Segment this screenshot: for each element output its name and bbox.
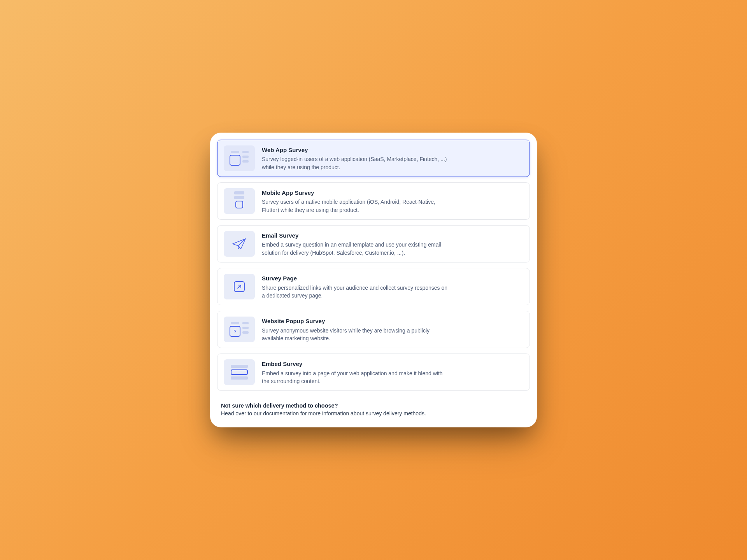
option-description: Embed a survey question in an email temp… xyxy=(262,241,449,257)
option-description: Embed a survey into a page of your web a… xyxy=(262,369,449,385)
option-title: Mobile App Survey xyxy=(262,189,523,197)
option-description: Survey anonymous website visitors while … xyxy=(262,327,449,343)
external-link-icon xyxy=(224,274,255,299)
web-app-icon xyxy=(224,145,255,171)
option-title: Embed Survey xyxy=(262,360,523,368)
option-embed-survey[interactable]: Embed Survey Embed a survey into a page … xyxy=(217,354,530,391)
footer-title: Not sure which delivery method to choose… xyxy=(221,402,526,409)
popup-question-icon: ? xyxy=(224,317,255,342)
option-mobile-app-survey[interactable]: Mobile App Survey Survey users of a nati… xyxy=(217,182,530,220)
footer-lead: Head over to our xyxy=(221,410,263,416)
embed-layout-icon xyxy=(224,359,255,385)
footer-trail: for more information about survey delive… xyxy=(299,410,426,416)
option-title: Email Survey xyxy=(262,232,523,240)
documentation-link[interactable]: documentation xyxy=(263,410,299,416)
option-title: Web App Survey xyxy=(262,146,523,154)
survey-type-card: Web App Survey Survey logged-in users of… xyxy=(210,133,537,428)
option-website-popup-survey[interactable]: ? Website Popup Survey Survey anonymous … xyxy=(217,311,530,348)
footer-help: Not sure which delivery method to choose… xyxy=(217,396,530,420)
paper-plane-icon xyxy=(224,231,255,257)
option-description: Share personalized links with your audie… xyxy=(262,284,449,300)
option-web-app-survey[interactable]: Web App Survey Survey logged-in users of… xyxy=(217,140,530,177)
option-description: Survey users of a native mobile applicat… xyxy=(262,198,449,214)
option-survey-page[interactable]: Survey Page Share personalized links wit… xyxy=(217,268,530,305)
footer-text: Head over to our documentation for more … xyxy=(221,410,526,416)
option-email-survey[interactable]: Email Survey Embed a survey question in … xyxy=(217,225,530,262)
option-title: Website Popup Survey xyxy=(262,317,523,325)
option-description: Survey logged-in users of a web applicat… xyxy=(262,155,449,171)
mobile-app-icon xyxy=(224,188,255,214)
option-title: Survey Page xyxy=(262,275,523,282)
